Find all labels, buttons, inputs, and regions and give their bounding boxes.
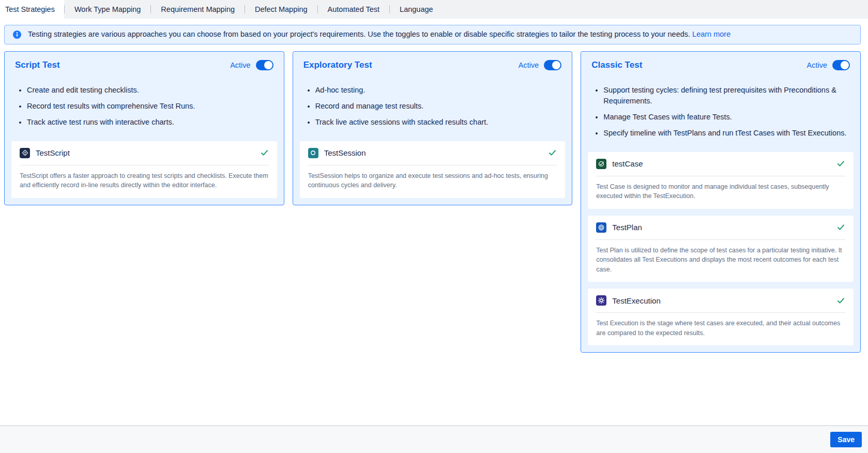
module-name: TestExecution: [612, 296, 660, 305]
save-button[interactable]: Save: [830, 432, 862, 447]
module-header: TestScript: [20, 148, 269, 158]
module-name: testCase: [612, 159, 643, 168]
module-card-testscript: TestScript TestScript offers a faster ap…: [11, 141, 277, 198]
tab-language[interactable]: Language: [390, 0, 443, 19]
card-header: Script Test Active: [11, 60, 277, 70]
module-list: TestSession TestSession helps to organiz…: [300, 141, 566, 198]
module-list: TestScript TestScript offers a faster ap…: [11, 141, 277, 198]
feature-bullet: Record test results with comprehensive T…: [27, 101, 277, 112]
module-divider: [596, 176, 845, 176]
module-header: TestPlan: [596, 222, 845, 233]
banner-message: Testing strategies are various approache…: [28, 29, 730, 40]
bullseye-icon: [596, 222, 606, 233]
module-name: TestPlan: [612, 223, 642, 232]
info-icon: [13, 31, 21, 39]
tab-automated-test[interactable]: Automated Test: [318, 0, 390, 19]
module-divider: [596, 312, 845, 313]
tab-work-type-mapping[interactable]: Work Type Mapping: [65, 0, 150, 19]
script-test-toggle[interactable]: [256, 60, 273, 70]
module-header: TestExecution: [596, 295, 845, 306]
active-toggle-group: Active: [519, 60, 562, 70]
module-description: TestScript offers a faster approach to c…: [20, 171, 269, 190]
strategy-card-exploratory-test: Exploratory Test Active Ad-hoc testing. …: [293, 51, 573, 205]
feature-bullet-list: Create and edit testing checklists. Reco…: [11, 85, 277, 128]
feature-bullet: Create and edit testing checklists.: [27, 85, 277, 96]
feature-bullet-list: Support testing cycles: defining test pr…: [588, 85, 854, 139]
settings-tab-bar: Test Strategies Work Type Mapping Requir…: [0, 0, 868, 19]
gear-icon: [596, 295, 606, 306]
tab-requirement-mapping[interactable]: Requirement Mapping: [151, 0, 245, 19]
active-label: Active: [519, 61, 539, 69]
active-toggle-group: Active: [230, 60, 273, 70]
active-toggle-group: Active: [807, 60, 850, 70]
card-header: Classic Test Active: [588, 60, 854, 70]
check-circle-icon: [596, 159, 606, 169]
tab-defect-mapping[interactable]: Defect Mapping: [245, 0, 317, 19]
classic-test-toggle[interactable]: [832, 60, 850, 70]
module-card-testplan: TestPlan Test Plan is utilized to define…: [588, 216, 854, 282]
module-header: TestSession: [308, 148, 557, 158]
module-name: TestScript: [36, 148, 70, 157]
check-icon: [836, 223, 845, 232]
module-description: Test Case is designed to monitor and man…: [596, 182, 845, 201]
module-card-testcase: testCase Test Case is designed to monito…: [588, 152, 854, 209]
active-label: Active: [807, 61, 828, 69]
strategy-cards-row: Script Test Active Create and edit testi…: [4, 51, 861, 353]
strategy-title: Script Test: [15, 60, 60, 70]
feature-bullet: Track active test runs with interactive …: [27, 117, 277, 128]
toggle-knob: [264, 61, 272, 69]
strategy-title: Exploratory Test: [303, 60, 372, 70]
toggle-knob: [841, 61, 849, 69]
feature-bullet: Ad-hoc testing.: [315, 85, 566, 96]
module-divider: [596, 239, 845, 240]
tab-test-strategies[interactable]: Test Strategies: [0, 0, 64, 19]
check-icon: [836, 159, 845, 168]
module-card-testexecution: TestExecution Test Execution is the stag…: [588, 289, 854, 345]
active-label: Active: [230, 61, 251, 69]
module-description: Test Plan is utilized to define the scop…: [596, 246, 845, 275]
exploratory-test-toggle[interactable]: [544, 60, 561, 70]
target-icon: [20, 148, 30, 158]
module-divider: [308, 165, 557, 165]
check-icon: [548, 148, 557, 157]
module-header: testCase: [596, 159, 845, 169]
check-icon: [260, 148, 269, 157]
feature-bullet: Track live active sessions with stacked …: [315, 117, 566, 128]
check-icon: [836, 296, 845, 305]
module-description: Test Execution is the stage where test c…: [596, 319, 845, 338]
footer-bar: Save: [0, 425, 868, 453]
banner-text: Testing strategies are various approache…: [28, 30, 690, 38]
module-name: TestSession: [324, 148, 366, 157]
feature-bullet: Support testing cycles: defining test pr…: [603, 85, 854, 107]
strategy-card-script-test: Script Test Active Create and edit testi…: [4, 51, 284, 205]
ring-icon: [308, 148, 318, 158]
toggle-knob: [552, 61, 560, 69]
strategy-title: Classic Test: [591, 60, 642, 70]
module-description: TestSession helps to organize and execut…: [308, 171, 557, 190]
strategy-card-classic-test: Classic Test Active Support testing cycl…: [581, 51, 861, 353]
module-card-testsession: TestSession TestSession helps to organiz…: [300, 141, 566, 198]
module-divider: [20, 165, 269, 165]
module-list: testCase Test Case is designed to monito…: [588, 152, 854, 346]
tabbar-filler: [443, 0, 868, 19]
feature-bullet: Manage Test Cases with feature Tests.: [603, 112, 854, 123]
info-banner: Testing strategies are various approache…: [4, 25, 861, 44]
card-header: Exploratory Test Active: [300, 60, 566, 70]
feature-bullet-list: Ad-hoc testing. Record and manage test r…: [300, 85, 566, 128]
feature-bullet: Specify timeline with TestPlans and run …: [603, 128, 854, 139]
feature-bullet: Record and manage test results.: [315, 101, 566, 112]
learn-more-link[interactable]: Learn more: [692, 30, 730, 38]
